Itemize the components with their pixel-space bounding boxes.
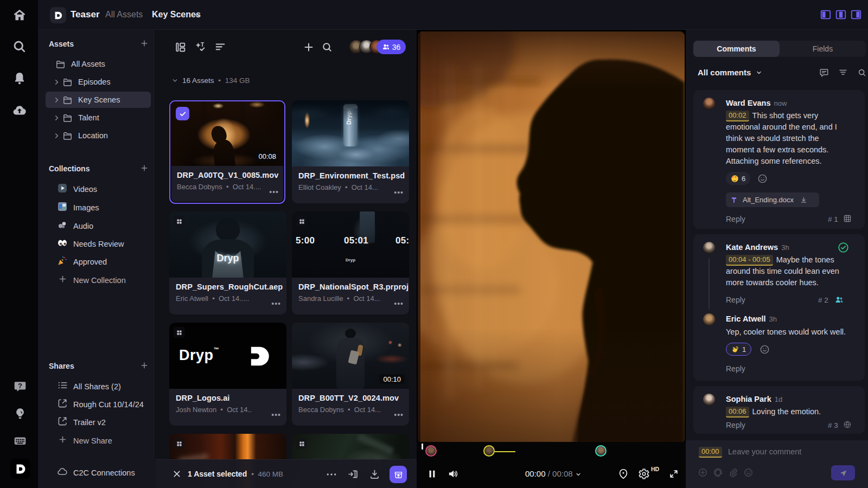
svg-text:T: T (201, 42, 205, 48)
svg-text:?: ? (18, 382, 22, 390)
